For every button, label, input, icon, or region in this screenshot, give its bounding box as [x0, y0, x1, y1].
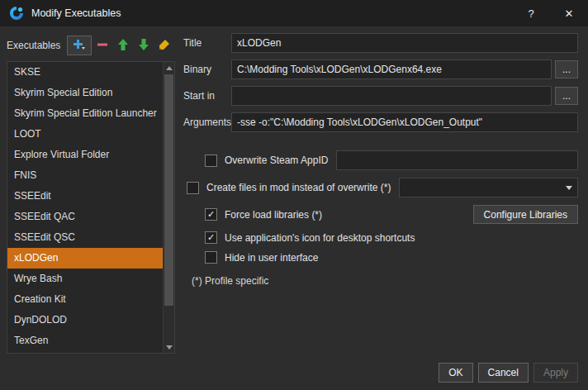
- hide-ui-checkbox[interactable]: [205, 251, 217, 264]
- arrow-up-icon: [116, 38, 130, 54]
- list-item[interactable]: SSEEdit: [7, 186, 163, 207]
- list-item[interactable]: Skyrim Special Edition Launcher: [7, 103, 163, 124]
- move-down-button[interactable]: [134, 36, 154, 55]
- executables-list: SKSE Skyrim Special Edition Skyrim Speci…: [7, 61, 175, 354]
- configure-libraries-button[interactable]: Configure Libraries: [473, 205, 578, 224]
- title-label: Title: [183, 37, 231, 49]
- list-item[interactable]: Explore Virtual Folder: [7, 145, 163, 165]
- overwrite-appid-checkbox[interactable]: [205, 155, 217, 167]
- list-item[interactable]: SKSE: [7, 62, 163, 83]
- overwrite-appid-row: Overwrite Steam AppID: [205, 150, 578, 170]
- remove-executable-button[interactable]: [92, 36, 112, 55]
- list-scrollbar[interactable]: [163, 62, 174, 353]
- list-item[interactable]: SSEEdit QSC: [7, 227, 163, 248]
- arguments-label: Arguments: [183, 117, 231, 128]
- titlebar-buttons: ? ✕: [512, 0, 588, 26]
- create-files-label[interactable]: Create files in mod instead of overwrite…: [206, 182, 391, 193]
- list-item[interactable]: FNIS: [7, 165, 163, 186]
- start-in-row: Start in ...: [183, 86, 578, 106]
- steam-appid-input[interactable]: [336, 150, 578, 170]
- profile-specific-note: (*) Profile specific: [192, 275, 578, 287]
- overwrite-appid-label[interactable]: Overwrite Steam AppID: [225, 155, 328, 166]
- list-item[interactable]: Skyrim Special Edition: [7, 83, 163, 103]
- arguments-row: Arguments: [183, 112, 578, 132]
- brush-icon: [158, 38, 171, 54]
- app-icon-label[interactable]: Use application's icon for desktop short…: [225, 232, 415, 244]
- dialog-content: Executables: [0, 26, 588, 354]
- window-title: Modify Executables: [31, 7, 121, 19]
- arguments-input[interactable]: [231, 112, 578, 132]
- scroll-up-icon[interactable]: [164, 62, 174, 74]
- force-load-row: Force load libraries (*) Configure Libra…: [205, 205, 578, 224]
- title-row: Title: [183, 33, 578, 53]
- titlebar: Modify Executables ? ✕: [0, 0, 588, 26]
- create-files-checkbox[interactable]: [187, 182, 199, 194]
- list-item[interactable]: Wrye Bash: [7, 269, 163, 289]
- hide-ui-label[interactable]: Hide in user interface: [225, 252, 318, 264]
- executables-list-items: SKSE Skyrim Special Edition Skyrim Speci…: [7, 62, 163, 353]
- arrow-down-icon: [137, 38, 150, 54]
- list-item[interactable]: DynDOLOD: [7, 310, 163, 331]
- list-item[interactable]: xLODGen: [7, 248, 163, 269]
- edit-title-button[interactable]: [154, 36, 174, 55]
- dialog-footer: OK Cancel Apply: [439, 363, 578, 383]
- executables-toolbar: Executables: [7, 33, 175, 58]
- modify-executables-dialog: Modify Executables ? ✕ Executables: [0, 0, 588, 390]
- start-in-label: Start in: [183, 90, 231, 102]
- list-item[interactable]: LOOT: [7, 124, 163, 145]
- executables-panel: Executables: [7, 33, 175, 354]
- cancel-button[interactable]: Cancel: [478, 363, 529, 383]
- close-button[interactable]: ✕: [550, 0, 588, 26]
- minus-icon: [97, 39, 108, 53]
- mo2-logo-icon: [9, 6, 24, 21]
- apply-button[interactable]: Apply: [533, 363, 578, 383]
- app-icon-row: Use application's icon for desktop short…: [205, 231, 578, 244]
- options-section: Overwrite Steam AppID Create files in mo…: [183, 150, 578, 287]
- executable-form: Title Binary ... Start in ... Arguments: [183, 33, 578, 354]
- chevron-down-icon: [561, 186, 577, 190]
- binary-browse-button[interactable]: ...: [555, 60, 578, 78]
- mod-select-dropdown[interactable]: [399, 178, 578, 197]
- binary-row: Binary ...: [183, 59, 578, 79]
- start-in-browse-button[interactable]: ...: [555, 87, 578, 105]
- title-input[interactable]: [231, 33, 578, 53]
- executables-label: Executables: [7, 40, 60, 51]
- help-button[interactable]: ?: [512, 0, 550, 26]
- binary-label: Binary: [183, 64, 231, 75]
- scrollbar-thumb[interactable]: [164, 74, 173, 306]
- binary-input[interactable]: [231, 59, 552, 79]
- plus-icon: [73, 39, 86, 53]
- scroll-down-icon[interactable]: [164, 341, 174, 353]
- app-icon-checkbox[interactable]: [205, 231, 217, 244]
- start-in-input[interactable]: [231, 86, 552, 106]
- force-load-checkbox[interactable]: [205, 208, 217, 221]
- force-load-label[interactable]: Force load libraries (*): [225, 209, 322, 221]
- move-up-button[interactable]: [113, 36, 133, 55]
- hide-ui-row: Hide in user interface: [205, 251, 578, 264]
- list-item[interactable]: TexGen: [7, 331, 163, 351]
- create-files-row: Create files in mod instead of overwrite…: [187, 178, 578, 197]
- add-executable-button[interactable]: [67, 36, 92, 55]
- list-item[interactable]: SSEEdit QAC: [7, 207, 163, 227]
- list-item[interactable]: Creation Kit: [7, 289, 163, 310]
- ok-button[interactable]: OK: [439, 363, 472, 383]
